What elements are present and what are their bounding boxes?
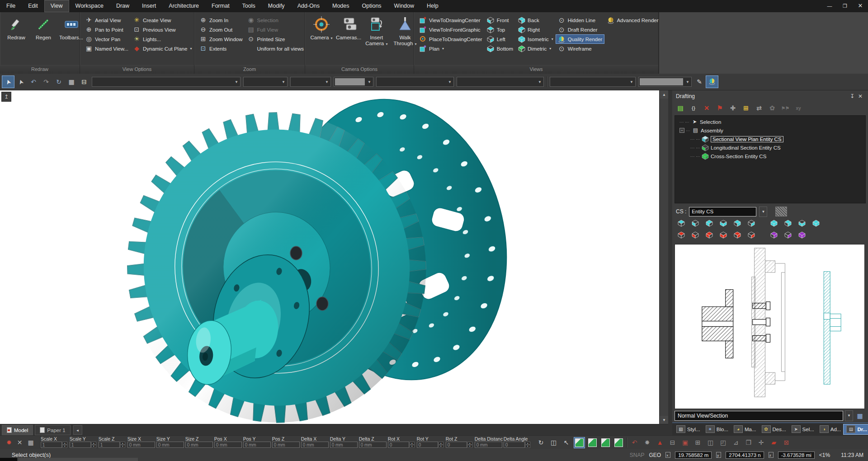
menu-options[interactable]: Options [356, 0, 388, 12]
chevron-down-icon[interactable]: ▼ [628, 77, 635, 86]
panel-tab-dr[interactable]: ▤ Dr... [844, 424, 868, 434]
panel-tab-styl[interactable]: ▧ Styl... [674, 424, 703, 434]
toolbar-combo-9[interactable]: ▼ [638, 77, 692, 87]
panel-tab-ad[interactable]: ◑ Ad... [817, 424, 844, 434]
spinner[interactable]: ▴▾ [120, 442, 125, 448]
field-value[interactable]: 1 [70, 442, 91, 448]
spin-down-icon[interactable]: ▾ [525, 445, 530, 448]
spinner[interactable]: ▴▾ [439, 442, 443, 448]
field-value[interactable]: 0 [446, 442, 467, 448]
coord-z[interactable]: -3.673528 mi [778, 452, 815, 459]
select-curve-icon[interactable]: ↖ [561, 437, 571, 447]
references-button[interactable]: {} [689, 103, 698, 113]
loop-select-button[interactable]: ↻ [53, 76, 65, 88]
panel-tab-blo[interactable]: ✶ Blo... [703, 424, 731, 434]
chevron-down-icon[interactable]: ▼ [280, 77, 287, 86]
new-view-button[interactable]: ▤ [676, 103, 685, 113]
menu-view[interactable]: View [44, 0, 69, 12]
ribbon-named-view[interactable]: ▣Named View... [83, 44, 131, 53]
menu-insert[interactable]: Insert [136, 0, 162, 12]
ribbon-dimetric[interactable]: Dimetric▾ [515, 44, 556, 53]
render-tile-1-button[interactable] [574, 437, 585, 448]
viewport-vertical-scrollbar[interactable]: ▲ ▼ [659, 90, 669, 424]
field-value[interactable]: 0 mm [127, 442, 155, 448]
panel-tab-des[interactable]: ✿ Des... [759, 424, 789, 434]
toolbar-combo-8[interactable]: ▼ [550, 77, 636, 87]
field-value[interactable]: 0 mm [301, 442, 329, 448]
chevron-down-icon[interactable]: ▼ [366, 77, 373, 86]
field-value[interactable]: 0 mm [243, 442, 271, 448]
spinner[interactable]: ▴▾ [410, 442, 415, 448]
flags-button[interactable]: ⚑⚑ [781, 103, 790, 113]
spin-up-icon[interactable]: ▴ [439, 442, 443, 445]
chevron-down-icon[interactable]: ▼ [684, 77, 691, 86]
grid-plus-icon[interactable]: ⊞ [693, 437, 703, 447]
ribbon-placetodrawingcenter[interactable]: PlaceToDrawingCenter [417, 34, 485, 44]
restore-icon[interactable]: ❐ [837, 0, 853, 12]
ribbon-previous-view[interactable]: ⊡Previous View [131, 25, 194, 34]
section-cube-red-3[interactable] [704, 230, 715, 240]
esnap-icon[interactable]: ✹ [6, 439, 12, 446]
ribbon-plan[interactable]: Plan▾ [417, 44, 485, 53]
spark-icon[interactable]: ✸ [642, 437, 652, 447]
ribbon-left[interactable]: Left [485, 34, 515, 44]
menu-architecture[interactable]: Architecture [162, 0, 205, 12]
section-cube-red-5[interactable] [732, 230, 743, 240]
spin-up-icon[interactable]: ▴ [525, 442, 530, 445]
section-cube-red-1[interactable] [676, 230, 687, 240]
chevron-down-icon[interactable]: ▼ [446, 77, 453, 86]
view-cube-cyan-8[interactable] [783, 219, 793, 228]
ribbon-camera[interactable]: Camera ▾ [308, 14, 335, 54]
ribbon-viewtodrawingcenter[interactable]: ViewToDrawingCenter [417, 15, 485, 25]
ribbon-uniform-for-all-views[interactable]: Uniform for all views [245, 44, 307, 53]
view-cube-cyan-7[interactable] [769, 219, 779, 228]
field-value[interactable]: 0 mm [359, 442, 387, 448]
render-tile-2-button[interactable] [587, 437, 598, 448]
section-cube-red-6[interactable] [746, 230, 757, 240]
ribbon-right[interactable]: Right [515, 25, 556, 34]
ribbon-redraw[interactable]: Redraw [3, 14, 30, 54]
spinner[interactable]: ▴▾ [91, 442, 96, 448]
view-cube-cyan-6[interactable] [746, 219, 757, 228]
tree-item-cross-section-entity-cs[interactable]: Cross-Section Entity CS [675, 152, 865, 160]
field-value[interactable]: 0 mm [330, 442, 358, 448]
menu-modify[interactable]: Modify [262, 0, 291, 12]
ribbon-zoom-out[interactable]: ⊖Zoom Out [197, 25, 245, 34]
ribbon-viewtoinfrontgraphic[interactable]: ViewToInFrontGraphic [417, 25, 485, 34]
spinner[interactable]: ▴▾ [525, 442, 530, 448]
view-cube-cyan-10[interactable] [811, 219, 821, 228]
copy-frame-icon[interactable]: ❐ [744, 437, 754, 447]
ribbon-extents[interactable]: ⊡Extents [197, 44, 245, 53]
pin-icon[interactable]: ↧ [848, 93, 856, 99]
update-views-button[interactable]: ⇄ [755, 103, 764, 113]
undo-mark-icon[interactable]: ↶ [630, 437, 640, 447]
field-value[interactable]: 0 mm [214, 442, 242, 448]
chevron-down-icon[interactable]: ▼ [759, 207, 767, 217]
tree-item-selection[interactable]: ➤Selection [675, 118, 865, 126]
spin-up-icon[interactable]: ▴ [120, 442, 125, 445]
chevron-down-icon[interactable]: ▼ [233, 77, 240, 86]
select-arrow-button[interactable]: ➤ [2, 76, 14, 88]
ribbon-hidden-line[interactable]: ⊙Hidden Line [556, 15, 605, 25]
hatch-button[interactable] [775, 207, 787, 216]
split-view-icon[interactable]: ◫ [706, 437, 716, 447]
ribbon-back[interactable]: Back [515, 15, 556, 25]
spinner[interactable]: ▴▾ [467, 442, 472, 448]
orbit-icon[interactable]: ↻ [536, 437, 546, 447]
ribbon-bottom[interactable]: Bottom [485, 44, 515, 53]
add-button[interactable]: ✚ [728, 103, 737, 113]
coord-x[interactable]: 19.758582 m [675, 452, 712, 459]
chevron-down-icon[interactable]: ▼ [845, 410, 853, 421]
field-value[interactable]: 0 mm [156, 442, 184, 448]
node-select-button[interactable]: ➤ [15, 76, 27, 88]
style-pen-button[interactable]: ✎ [693, 76, 705, 88]
command-prompt[interactable]: Select object(s) [12, 452, 51, 458]
section-cube-red-2[interactable] [690, 230, 701, 240]
undo-button[interactable]: ↶ [28, 76, 39, 88]
menu-modes[interactable]: Modes [326, 0, 356, 12]
ribbon-isometric[interactable]: Isometric▾ [515, 34, 556, 44]
tree-item-assembly[interactable]: − ▤Assembly [675, 126, 865, 135]
menu-workspace[interactable]: Workspace [69, 0, 110, 12]
ribbon-insert-camera[interactable]: Insert Camera ▾ [362, 14, 391, 54]
chevron-down-icon[interactable]: ▼ [323, 77, 330, 86]
